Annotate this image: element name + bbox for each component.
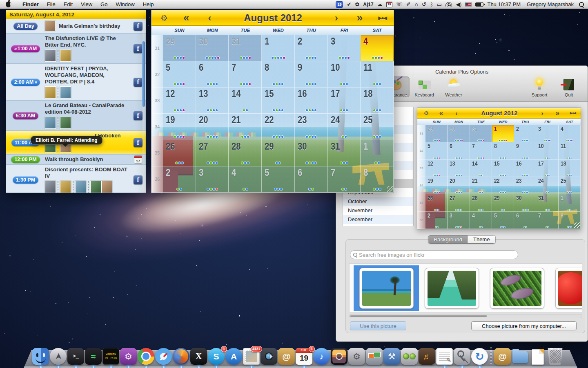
day-cell[interactable]: 5 (163, 61, 196, 88)
dock-documents-stack[interactable] (532, 349, 544, 365)
menu-go[interactable]: Go (96, 0, 111, 9)
menu-edit[interactable]: Edit (60, 0, 77, 9)
day-cell[interactable]: 7 (229, 61, 262, 88)
checkmark-menu-icon[interactable]: ✔ (347, 1, 351, 7)
app-count-indicator[interactable]: A|17 (363, 2, 373, 7)
event-row[interactable]: All DayMaria Gelman's birthdayf (6, 19, 146, 34)
day-cell[interactable]: 10 (536, 142, 558, 159)
month-row-october[interactable]: October (343, 197, 413, 206)
volume-menu-icon[interactable]: ◀) (456, 1, 461, 7)
day-cell[interactable]: 31 (536, 194, 558, 211)
day-cell[interactable]: 6 (514, 212, 536, 229)
day-cell[interactable]: 2 (295, 35, 328, 61)
menu-view[interactable]: View (77, 0, 96, 9)
day-cell[interactable]: 26 (163, 140, 196, 166)
day-cell[interactable]: 13 (448, 160, 470, 177)
dock-address-book[interactable]: @ (278, 348, 295, 365)
search-input[interactable] (359, 252, 518, 258)
dock-system-preferences[interactable]: ⚙ (348, 348, 365, 365)
event-row[interactable]: » 1:00 AMThe Disfunction LIVE @ The Bitt… (6, 34, 146, 64)
day-cell[interactable]: 2 (425, 212, 448, 229)
day-cell[interactable]: 14 (470, 160, 492, 177)
day-cell[interactable]: 23 (514, 177, 536, 194)
menu-username[interactable]: Gregory Magarshak (527, 1, 574, 7)
day-cell[interactable]: 11 (361, 61, 394, 88)
day-cell[interactable]: 6 (448, 142, 470, 159)
dock-textedit[interactable]: ✎ (436, 348, 453, 365)
day-cell[interactable]: 23 (295, 114, 328, 140)
day-cell[interactable]: 8 (262, 61, 295, 88)
toolbar-keyboard[interactable]: Keyboard (410, 76, 439, 97)
day-cell[interactable]: 3 (196, 166, 229, 193)
dock-itunes[interactable]: ♪ (313, 348, 330, 365)
dock-safari[interactable] (155, 348, 172, 365)
day-cell[interactable]: 21 (470, 177, 492, 194)
dock-facetime-camera[interactable] (261, 348, 277, 365)
events-scrollbar[interactable] (143, 21, 145, 192)
day-cell[interactable]: 16 (295, 88, 328, 114)
toolbar-quit[interactable]: Quit (554, 76, 584, 97)
day-cell[interactable]: 18 (361, 88, 394, 114)
thumbnail-lagoon-cliffs[interactable] (419, 265, 484, 311)
day-cell[interactable]: 29 (262, 140, 295, 166)
day-cell[interactable]: 12 (163, 88, 196, 114)
day-cell[interactable]: 7 (328, 166, 361, 193)
day-cell[interactable]: 7 (536, 212, 558, 229)
day-cell[interactable]: 5 (262, 166, 295, 193)
event-row[interactable]: 12:00 PMWalk through Brooklyn17 (6, 155, 146, 165)
day-cell[interactable]: 6 (295, 166, 328, 193)
menu-clock[interactable]: Thu 10:37 PM (487, 1, 521, 7)
day-cell[interactable]: 22 (262, 114, 295, 140)
day-cell[interactable]: 26 (425, 194, 448, 211)
wifi-menu-icon[interactable] (445, 2, 452, 7)
day-cell[interactable]: 29 (425, 125, 448, 142)
day-cell[interactable]: 1 (361, 140, 394, 166)
next-year-button[interactable]: » (357, 11, 363, 24)
choose-picture-button[interactable]: Choose picture from my computer... (471, 321, 577, 330)
apple-menu-icon[interactable] (6, 2, 11, 7)
day-cell[interactable]: 27 (196, 140, 229, 166)
dock-finder[interactable] (32, 348, 49, 365)
day-cell[interactable]: 28 (470, 194, 492, 211)
menu-window[interactable]: Window (111, 0, 138, 9)
day-cell[interactable]: 17 (536, 160, 558, 177)
day-cell[interactable]: 30 (295, 140, 328, 166)
menu-help[interactable]: Help (139, 0, 158, 9)
day-cell[interactable]: 1 (559, 194, 581, 211)
dock-garageband[interactable]: ♬ (419, 348, 435, 365)
day-cell[interactable]: 18 (559, 160, 581, 177)
menu-file[interactable]: File (43, 0, 60, 9)
menu-finder[interactable]: Finder (18, 0, 43, 9)
prev-month-button[interactable]: ‹ (208, 12, 211, 24)
day-cell[interactable]: 20 (196, 114, 229, 140)
day-cell[interactable]: 17 (328, 88, 361, 114)
day-cell[interactable]: 4 (470, 212, 492, 229)
settings-gear-icon[interactable]: ⚙ (160, 13, 168, 23)
day-cell[interactable]: 1 (492, 125, 514, 142)
dock-sync-app[interactable]: ↻ (471, 348, 488, 365)
dock-app-store[interactable]: A (225, 348, 242, 365)
dock-trash[interactable] (547, 348, 564, 365)
day-cell[interactable]: 27 (448, 194, 470, 211)
toolbar-weather[interactable]: Weather (439, 76, 468, 97)
pen-menu-icon[interactable]: ✐ (406, 1, 411, 7)
month-row-november[interactable]: November (343, 206, 413, 215)
calendar-date-icon[interactable]: 19 (386, 2, 392, 7)
flower-menu-icon[interactable]: ✿ (355, 1, 359, 7)
time-machine-menu-icon[interactable]: ↺ (422, 1, 426, 7)
day-cell[interactable]: 15 (492, 160, 514, 177)
event-row[interactable]: 1:30 PMDisorient presents: BOOM BOAT IVf (6, 165, 146, 193)
dock-screen-sharing-app[interactable] (366, 348, 383, 365)
day-cell[interactable]: 24 (536, 177, 558, 194)
dock-xchat[interactable]: X (190, 348, 207, 365)
fax-menu-icon[interactable]: ☏ (396, 1, 403, 7)
dock-firefox[interactable] (173, 348, 189, 365)
day-cell[interactable]: 5 (425, 142, 448, 159)
bluetooth-menu-icon[interactable]: ᛒ (430, 1, 433, 7)
day-cell[interactable]: 29 (492, 194, 514, 211)
day-cell[interactable]: 19 (425, 177, 448, 194)
day-cell[interactable]: 3 (448, 212, 470, 229)
events-scrollbar-thumb[interactable] (142, 41, 145, 107)
use-picture-button[interactable]: Use this picture (350, 321, 406, 330)
battery-menu-icon[interactable] (475, 2, 483, 7)
